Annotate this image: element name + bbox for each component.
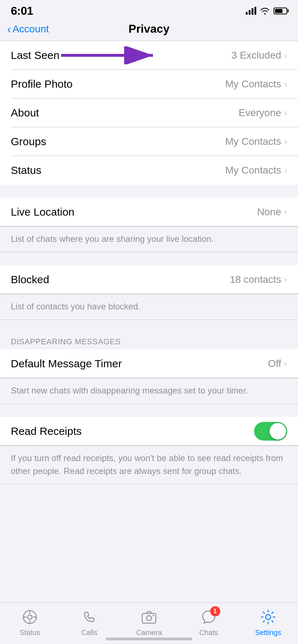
blocked-desc-text: List of contacts you have blocked. — [11, 302, 140, 311]
read-receipts-row[interactable]: Read Receipts — [0, 417, 298, 446]
chevron-icon: › — [284, 358, 287, 369]
disappearing-section-title: DISAPPEARING MESSAGES — [11, 337, 121, 346]
status-privacy-row[interactable]: Status My Contacts › — [0, 156, 298, 185]
settings-tab-icon — [259, 608, 277, 626]
svg-point-11 — [266, 615, 271, 620]
read-receipts-label: Read Receipts — [11, 425, 82, 437]
status-bar: 6:01 — [0, 0, 298, 19]
last-seen-label: Last Seen — [11, 49, 59, 61]
timer-description: Start new chats with disappearing messag… — [0, 378, 298, 404]
signal-icon — [246, 7, 256, 15]
read-receipts-section: Read Receipts — [0, 417, 298, 446]
back-label: Account — [13, 23, 49, 35]
chevron-icon: › — [284, 136, 287, 147]
timer-section: Default Message Timer Off › — [0, 349, 298, 378]
chevron-icon: › — [284, 206, 287, 217]
status-tab-icon — [21, 608, 39, 626]
chevron-icon: › — [284, 79, 287, 90]
profile-photo-row[interactable]: Profile Photo My Contacts › — [0, 70, 298, 98]
chevron-icon: › — [284, 165, 287, 176]
last-seen-row[interactable]: Last Seen 3 Excluded › — [0, 41, 298, 70]
live-location-value: None › — [257, 206, 287, 218]
gap-2 — [0, 252, 298, 265]
tab-settings[interactable]: Settings — [238, 608, 298, 637]
about-value: Everyone › — [239, 107, 287, 119]
status-privacy-value: My Contacts › — [225, 165, 287, 176]
blocked-value: 18 contacts › — [230, 274, 287, 285]
settings-tab-label: Settings — [255, 629, 281, 637]
blocked-description: List of contacts you have blocked. — [0, 294, 298, 320]
groups-row[interactable]: Groups My Contacts › — [0, 127, 298, 156]
timer-row[interactable]: Default Message Timer Off › — [0, 349, 298, 378]
calls-tab-label: Calls — [81, 629, 97, 637]
tab-calls[interactable]: Calls — [60, 608, 119, 637]
read-receipts-desc-text: If you turn off read receipts, you won't… — [11, 453, 283, 476]
about-label: About — [11, 107, 39, 119]
wifi-icon — [260, 7, 270, 15]
live-location-desc-text: List of chats where you are sharing your… — [11, 234, 214, 244]
svg-rect-8 — [142, 613, 156, 623]
gap-4 — [0, 404, 298, 417]
timer-value: Off › — [268, 358, 287, 369]
groups-label: Groups — [11, 135, 46, 148]
calls-tab-icon — [80, 608, 99, 626]
status-time: 6:01 — [11, 4, 33, 18]
chats-badge: 1 — [210, 606, 220, 616]
camera-tab-icon — [140, 608, 158, 626]
svg-point-3 — [28, 615, 32, 619]
read-receipts-description: If you turn off read receipts, you won't… — [0, 446, 298, 484]
battery-icon — [274, 8, 287, 14]
privacy-section: Last Seen 3 Excluded › Profile Phot — [0, 41, 298, 185]
gap-3 — [0, 320, 298, 333]
chevron-icon: › — [284, 107, 287, 119]
gap-1 — [0, 185, 298, 198]
gap-5 — [0, 484, 298, 497]
chats-tab-icon: 1 — [199, 608, 218, 626]
read-receipts-toggle[interactable] — [254, 422, 287, 441]
camera-tab-label: Camera — [136, 629, 162, 637]
blocked-row[interactable]: Blocked 18 contacts › — [0, 265, 298, 294]
tab-chats[interactable]: 1 Chats — [179, 608, 239, 637]
timer-desc-text: Start new chats with disappearing messag… — [11, 386, 248, 395]
groups-value: My Contacts › — [225, 136, 287, 147]
profile-photo-value: My Contacts › — [225, 78, 287, 90]
live-location-label: Live Location — [11, 206, 74, 218]
page-title: Privacy — [128, 22, 170, 36]
chevron-icon: › — [284, 50, 287, 61]
svg-point-10 — [153, 615, 154, 616]
back-chevron-icon: ‹ — [7, 23, 11, 35]
status-icons — [246, 7, 287, 15]
blocked-section: Blocked 18 contacts › — [0, 265, 298, 294]
last-seen-value: 3 Excluded › — [231, 50, 287, 61]
main-content: Last Seen 3 Excluded › Profile Phot — [0, 41, 298, 548]
arrow-annotation — [58, 46, 162, 64]
back-button[interactable]: ‹ Account — [7, 23, 49, 35]
home-indicator — [106, 638, 192, 640]
status-privacy-label: Status — [11, 164, 41, 176]
timer-label: Default Message Timer — [11, 358, 122, 370]
nav-header: ‹ Account Privacy — [0, 19, 298, 41]
live-location-section: Live Location None › — [0, 198, 298, 226]
live-location-description: List of chats where you are sharing your… — [0, 226, 298, 252]
disappearing-header: DISAPPEARING MESSAGES — [0, 333, 298, 349]
blocked-label: Blocked — [11, 273, 49, 286]
profile-photo-label: Profile Photo — [11, 78, 73, 90]
status-tab-label: Status — [19, 629, 40, 637]
chats-tab-label: Chats — [199, 629, 218, 637]
svg-point-9 — [146, 616, 152, 621]
about-row[interactable]: About Everyone › — [0, 98, 298, 127]
toggle-knob — [270, 423, 286, 440]
tab-status[interactable]: Status — [0, 608, 60, 637]
tab-camera[interactable]: Camera — [119, 608, 179, 637]
live-location-row[interactable]: Live Location None › — [0, 198, 298, 226]
chevron-icon: › — [284, 274, 287, 285]
